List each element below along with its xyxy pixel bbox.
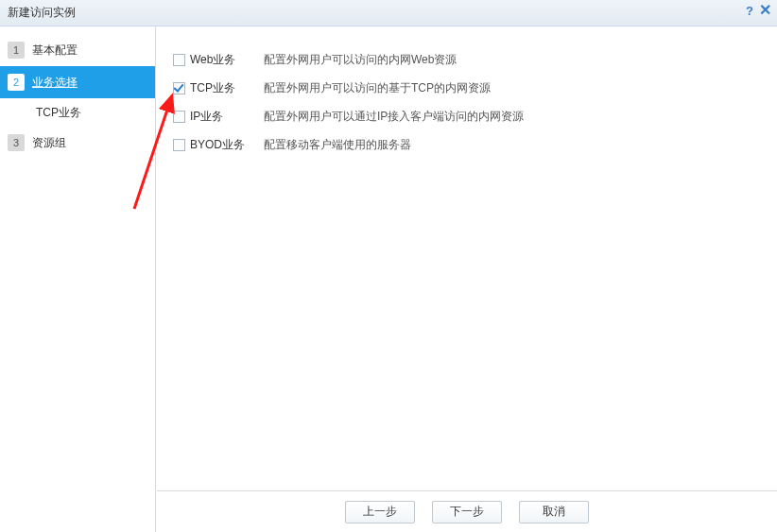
- service-desc: 配置移动客户端使用的服务器: [254, 137, 411, 153]
- step-label: 基本配置: [32, 43, 78, 59]
- step-label: 业务选择: [32, 75, 78, 91]
- step-number: 3: [8, 134, 25, 151]
- checkbox-ip[interactable]: IP业务: [173, 109, 254, 125]
- checkbox-web[interactable]: Web业务: [173, 52, 254, 68]
- footer-bar: 上一步 下一步 取消: [157, 490, 777, 532]
- step-basic-config[interactable]: 1 基本配置: [0, 34, 155, 66]
- checkbox-text: Web业务: [190, 52, 235, 68]
- checkbox-tcp[interactable]: TCP业务: [173, 80, 254, 96]
- next-button[interactable]: 下一步: [432, 501, 502, 523]
- dialog-body: 1 基本配置 2 业务选择 TCP业务 3 资源组 Web业务 配置外网用户可以…: [0, 26, 777, 532]
- step-service-select[interactable]: 2 业务选择: [0, 66, 155, 98]
- service-row-ip: IP业务 配置外网用户可以通过IP接入客户端访问的内网资源: [173, 102, 777, 130]
- step-label: 资源组: [32, 135, 66, 151]
- substep-tcp[interactable]: TCP业务: [0, 98, 155, 127]
- titlebar-actions: ? ✕: [746, 4, 771, 18]
- step-resource-group[interactable]: 3 资源组: [0, 127, 155, 159]
- close-icon[interactable]: ✕: [759, 4, 771, 18]
- window-title: 新建访问实例: [8, 5, 76, 21]
- checkbox-icon: [173, 82, 185, 94]
- checkbox-icon: [173, 139, 185, 151]
- service-desc: 配置外网用户可以通过IP接入客户端访问的内网资源: [254, 109, 524, 125]
- service-row-byod: BYOD业务 配置移动客户端使用的服务器: [173, 130, 777, 159]
- service-row-tcp: TCP业务 配置外网用户可以访问的基于TCP的内网资源: [173, 74, 777, 102]
- service-row-web: Web业务 配置外网用户可以访问的内网Web资源: [173, 45, 777, 74]
- checkbox-byod[interactable]: BYOD业务: [173, 137, 254, 153]
- titlebar: 新建访问实例 ? ✕: [0, 0, 777, 26]
- checkbox-text: IP业务: [190, 109, 223, 125]
- step-number: 2: [8, 74, 25, 91]
- wizard-sidebar: 1 基本配置 2 业务选择 TCP业务 3 资源组: [0, 26, 156, 532]
- checkbox-text: BYOD业务: [190, 137, 245, 153]
- service-desc: 配置外网用户可以访问的内网Web资源: [254, 52, 457, 68]
- service-desc: 配置外网用户可以访问的基于TCP的内网资源: [254, 80, 491, 96]
- service-list: Web业务 配置外网用户可以访问的内网Web资源 TCP业务 配置外网用户可以访…: [156, 26, 777, 159]
- checkbox-icon: [173, 54, 185, 66]
- content-area: Web业务 配置外网用户可以访问的内网Web资源 TCP业务 配置外网用户可以访…: [156, 26, 777, 532]
- step-number: 1: [8, 42, 25, 59]
- help-icon[interactable]: ?: [746, 4, 753, 18]
- prev-button[interactable]: 上一步: [345, 501, 415, 523]
- cancel-button[interactable]: 取消: [519, 501, 589, 523]
- checkbox-icon: [173, 111, 185, 123]
- checkbox-text: TCP业务: [190, 80, 235, 96]
- substep-label: TCP业务: [36, 105, 81, 121]
